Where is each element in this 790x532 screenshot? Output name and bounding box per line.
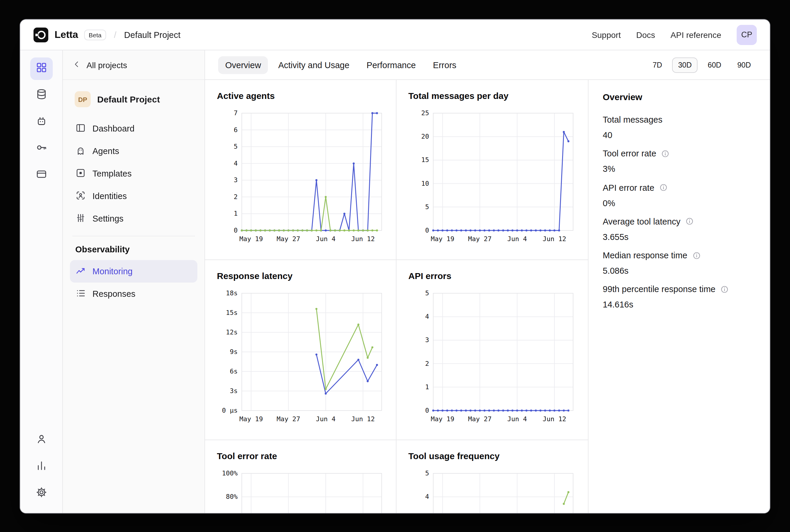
info-icon[interactable] [692,251,701,260]
sidebar-item-label: Agents [92,146,119,156]
chart-cell-response-latency: Response latency0 µs3s6s9s12s15s18sMay 1… [205,260,396,440]
svg-text:0: 0 [425,227,429,234]
sidebar-item-label: Responses [92,289,135,299]
app-header: Letta Beta / Default Project Support Doc… [20,20,770,50]
range-60d[interactable]: 60D [702,57,727,73]
tabs-row: Overview Activity and Usage Performance … [205,50,770,80]
body-row: All projects DP Default Project Dashboar… [20,50,770,513]
project-badge: DP [75,91,91,107]
svg-text:May 19: May 19 [431,235,454,243]
svg-text:6s: 6s [230,367,238,375]
sidebar-item-monitoring[interactable]: Monitoring [70,260,198,283]
stat-total-messages: Total messages 40 [603,114,756,141]
tab-performance[interactable]: Performance [359,56,423,74]
svg-text:6: 6 [234,126,238,134]
svg-text:18s: 18s [226,289,238,297]
agents-icon [75,145,86,157]
bar-chart-icon [35,460,47,474]
svg-text:2: 2 [425,360,429,367]
sidebar-item-label: Templates [92,169,132,178]
time-range-group: 7D 30D 60D 90D [646,57,757,73]
rail-item-data[interactable] [30,84,53,107]
sidebar-item-settings[interactable]: Settings [70,207,198,230]
rail-item-api-keys[interactable] [30,137,53,160]
breadcrumb-project: Default Project [124,30,181,39]
svg-text:Jun 12: Jun 12 [351,235,375,243]
summary-title: Overview [603,92,756,102]
svg-text:9s: 9s [230,348,238,356]
header-right: Support Docs API reference CP [592,24,757,45]
support-link[interactable]: Support [592,30,621,39]
range-7d[interactable]: 7D [646,57,668,73]
screen: Letta Beta / Default Project Support Doc… [0,0,790,532]
sidebar-item-dashboard[interactable]: Dashboard [70,117,198,140]
main-area: Overview Activity and Usage Performance … [205,50,770,513]
svg-text:25: 25 [421,109,429,117]
tab-activity-and-usage[interactable]: Activity and Usage [271,56,356,74]
all-projects-back[interactable]: All projects [63,50,205,80]
api-reference-link[interactable]: API reference [671,30,721,39]
chart-tool-usage-frequency: 012345May 19May 27Jun 4Jun 12 [408,469,576,513]
stat-label: 99th percentile response time [603,284,715,295]
user-avatar[interactable]: CP [737,24,757,45]
chart-title-api-errors: API errors [408,271,576,281]
tab-errors[interactable]: Errors [426,56,464,74]
svg-text:3: 3 [425,336,429,344]
sidebar-item-templates[interactable]: Templates [70,162,198,185]
svg-text:Jun 4: Jun 4 [507,415,527,423]
sidebar-item-agents[interactable]: Agents [70,140,198,162]
chart-response-latency: 0 µs3s6s9s12s15s18sMay 19May 27Jun 4Jun … [217,288,384,431]
svg-text:0: 0 [425,407,429,414]
info-icon[interactable] [659,183,668,192]
svg-text:5: 5 [425,203,429,211]
chart-title-tool-error-rate: Tool error rate [217,451,384,461]
svg-text:100%: 100% [222,470,238,477]
sidebar-item-label: Monitoring [92,267,132,276]
svg-text:1: 1 [425,383,429,391]
rail-item-account[interactable] [30,429,53,452]
svg-text:10: 10 [421,180,429,187]
rail-item-billing[interactable] [30,164,53,187]
range-30d[interactable]: 30D [672,57,698,73]
rail-item-settings[interactable] [30,482,53,505]
rail-item-usage[interactable] [30,456,53,478]
project-sidebar: All projects DP Default Project Dashboar… [63,50,205,513]
stat-value: 3% [603,164,756,174]
stat-value: 0% [603,197,756,208]
svg-text:15s: 15s [226,309,238,316]
svg-text:1: 1 [234,210,238,217]
sidebar-item-label: Identities [92,191,127,201]
person-icon [35,433,47,447]
info-icon[interactable] [685,217,694,226]
docs-link[interactable]: Docs [636,30,655,39]
info-icon[interactable] [661,149,670,158]
observability-section-label: Observability [70,241,198,260]
sidebar-divider [72,236,195,236]
rail-item-projects[interactable] [30,57,53,80]
project-row[interactable]: DP Default Project [70,88,198,110]
sidebar-item-responses[interactable]: Responses [70,283,198,305]
range-90d[interactable]: 90D [731,57,757,73]
chart-active-agents: 01234567May 19May 27Jun 4Jun 12 [217,109,384,251]
brand-name: Letta [55,29,78,41]
sidebar-item-identities[interactable]: Identities [70,185,198,207]
charts-grid: Active agents01234567May 19May 27Jun 4Ju… [205,80,588,513]
sidebar-item-label: Dashboard [92,124,134,133]
tab-overview[interactable]: Overview [218,56,268,74]
svg-text:15: 15 [421,156,429,164]
rail-item-agents[interactable] [30,111,53,133]
svg-text:May 19: May 19 [431,415,454,423]
svg-text:5: 5 [234,143,238,150]
grid-icon [35,62,47,76]
stat-value: 40 [603,130,756,140]
svg-text:Jun 12: Jun 12 [543,235,566,243]
svg-text:May 27: May 27 [468,235,492,243]
stat-value: 3.655s [603,232,756,242]
svg-text:80%: 80% [226,493,238,500]
svg-text:0 µs: 0 µs [222,407,238,414]
svg-text:4: 4 [425,313,429,320]
dashboard-icon [75,122,86,135]
letta-logo-icon[interactable] [33,27,49,42]
svg-text:Jun 4: Jun 4 [316,415,335,423]
info-icon[interactable] [720,285,729,294]
